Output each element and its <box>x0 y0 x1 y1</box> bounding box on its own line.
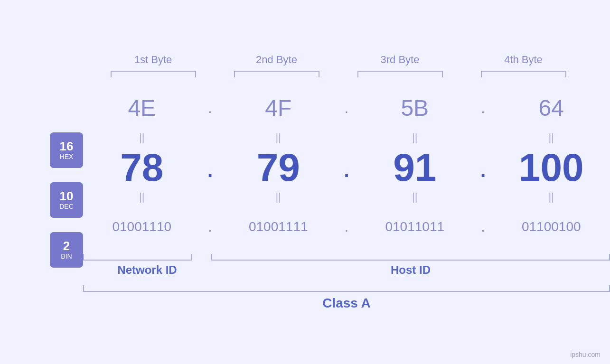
eq1-3: || <box>356 131 474 144</box>
network-id-label: Network ID <box>83 263 211 277</box>
bracket-cell-4 <box>462 71 585 77</box>
dec-dot-1: . <box>201 151 220 184</box>
bracket-top-4 <box>481 71 566 77</box>
dec-dot-3: . <box>474 151 493 184</box>
bin-badge: 2 BIN <box>50 232 83 268</box>
bin-row: 01001110 . 01001111 . 01011011 . 0110010… <box>83 205 610 248</box>
byte-header-4: 4th Byte <box>462 54 585 66</box>
base-badges-column: 16 HEX 10 DEC 2 BIN <box>50 87 83 311</box>
hex-val-1: 4E <box>83 95 201 121</box>
hex-dot-2: . <box>337 100 356 116</box>
bin-val-3: 01011011 <box>356 219 474 234</box>
bracket-top-1 <box>111 71 196 77</box>
dec-badge: 10 DEC <box>50 182 83 218</box>
bracket-cell-2 <box>215 71 338 77</box>
host-id-label: Host ID <box>211 263 610 277</box>
eq2-2: || <box>220 191 338 203</box>
equals-row-2: || || || || <box>83 189 610 205</box>
hex-row: 4E . 4F . 5B . 64 <box>83 87 610 130</box>
main-container: 1st Byte 2nd Byte 3rd Byte 4th Byte 16 H… <box>0 0 610 364</box>
hex-val-4: 64 <box>493 95 610 121</box>
bottom-labels-section: Network ID Host ID Class A <box>83 254 610 311</box>
dec-num: 10 <box>60 189 74 203</box>
hex-num: 16 <box>60 140 74 153</box>
bin-name: BIN <box>61 252 72 260</box>
byte-header-2: 2nd Byte <box>215 54 338 66</box>
dec-val-3: 91 <box>356 145 474 190</box>
bin-num: 2 <box>63 239 70 253</box>
content-section: 16 HEX 10 DEC 2 BIN 4E . 4F . 5B . 64 <box>50 87 610 311</box>
bin-val-4: 01100100 <box>493 219 610 234</box>
bin-dot-2: . <box>337 219 356 235</box>
bin-val-1: 01001110 <box>83 219 201 234</box>
eq2-3: || <box>356 191 474 203</box>
bottom-bracket-row <box>83 254 610 261</box>
hex-dot-1: . <box>201 100 220 116</box>
eq1-1: || <box>83 131 201 144</box>
watermark: ipshu.com <box>570 351 601 358</box>
top-brackets <box>92 71 585 77</box>
dec-name: DEC <box>59 203 74 210</box>
dec-row: 78 . 79 . 91 . 100 <box>83 146 610 189</box>
class-bracket <box>83 285 610 292</box>
dec-dot-2: . <box>337 151 356 184</box>
byte-headers: 1st Byte 2nd Byte 3rd Byte 4th Byte <box>92 54 585 66</box>
bin-dot-1: . <box>201 219 220 235</box>
byte-header-3: 3rd Byte <box>338 54 462 66</box>
network-bracket <box>83 254 192 261</box>
dec-val-2: 79 <box>220 145 338 190</box>
eq1-4: || <box>493 131 610 144</box>
host-bracket <box>211 254 610 261</box>
bracket-gap1 <box>192 254 211 261</box>
bin-val-2: 01001111 <box>220 219 338 234</box>
rows-container: 4E . 4F . 5B . 64 || || || || 78 <box>83 87 610 311</box>
hex-badge: 16 HEX <box>50 132 83 168</box>
bin-dot-3: . <box>474 219 493 235</box>
class-label: Class A <box>83 296 610 311</box>
bracket-top-2 <box>234 71 319 77</box>
hex-dot-3: . <box>474 100 493 116</box>
hex-val-3: 5B <box>356 95 474 121</box>
dec-val-4: 100 <box>493 145 610 190</box>
hex-val-2: 4F <box>220 95 338 121</box>
dec-val-1: 78 <box>83 145 201 190</box>
hex-name: HEX <box>60 153 74 160</box>
eq1-2: || <box>220 131 338 144</box>
equals-row-1: || || || || <box>83 130 610 146</box>
bracket-cell-1 <box>92 71 215 77</box>
eq2-1: || <box>83 191 201 203</box>
id-labels-row: Network ID Host ID <box>83 263 610 277</box>
bracket-top-3 <box>357 71 443 77</box>
byte-header-1: 1st Byte <box>92 54 215 66</box>
eq2-4: || <box>493 191 610 203</box>
bracket-cell-3 <box>338 71 462 77</box>
